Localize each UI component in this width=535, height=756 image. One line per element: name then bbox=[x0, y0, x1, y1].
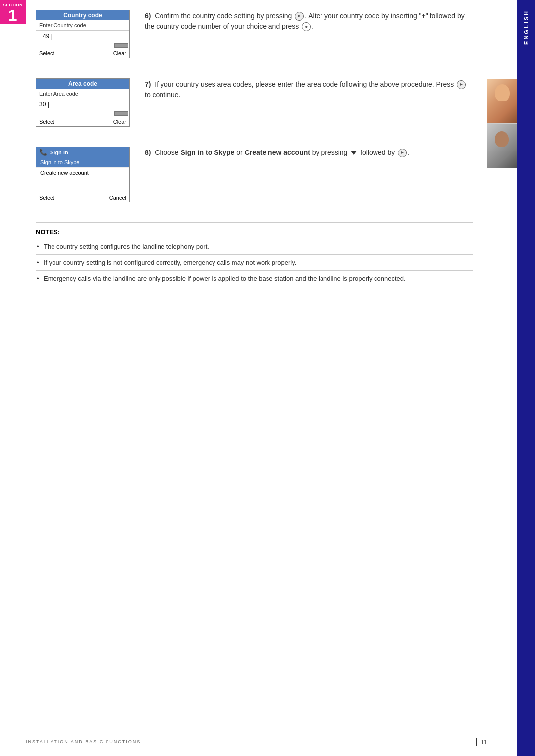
section-number: 1 bbox=[1, 7, 25, 23]
screen7-scrollbar bbox=[114, 111, 128, 116]
screen7-select-btn[interactable]: Select bbox=[39, 119, 54, 125]
screen8-menu-item-1[interactable]: Create new account bbox=[36, 168, 129, 178]
sidebar-photo-top bbox=[487, 79, 517, 124]
nav-btn-8: ► bbox=[398, 149, 407, 157]
screen7-scrollbar-row bbox=[36, 110, 129, 117]
screen6-input-value: +49 | bbox=[39, 33, 126, 40]
screen7-btn-row: Select Clear bbox=[36, 117, 129, 126]
screen8-title: 📞 Sign in bbox=[36, 147, 129, 157]
screen8-title-text: Sign in bbox=[50, 150, 68, 155]
screen6-input-row: +49 | bbox=[36, 31, 129, 42]
device-screen-step6: Country code Enter Country code +49 | Se… bbox=[36, 10, 130, 58]
step-8-row: 📞 Sign in Sign in to Skype Create new ac… bbox=[36, 147, 473, 202]
sidebar-photos bbox=[487, 79, 517, 168]
nav-btn-7: ► bbox=[457, 80, 466, 89]
screen8-select-btn[interactable]: Select bbox=[39, 195, 54, 201]
screen6-btn-row: Select Clear bbox=[36, 49, 129, 58]
screen6-subtitle: Enter Country code bbox=[36, 20, 129, 31]
step-6-text: 6) Confirm the country code setting by p… bbox=[145, 10, 473, 32]
screen8-btn-row: Select Cancel bbox=[36, 193, 129, 202]
step-7-number: 7) bbox=[145, 80, 151, 88]
screen6-scrollbar bbox=[114, 43, 128, 48]
note-item-1: If your country setting is not configure… bbox=[36, 255, 473, 271]
screen6-title: Country code bbox=[36, 10, 129, 20]
right-sidebar: ENGLISH bbox=[517, 0, 535, 756]
step-8-text: 8) Choose Sign in to Skype or Create new… bbox=[145, 147, 473, 158]
screen7-subtitle: Enter Area code bbox=[36, 89, 129, 99]
main-content: Country code Enter Country code +49 | Se… bbox=[26, 0, 487, 307]
phone-icon: 📞 bbox=[39, 149, 47, 156]
down-arrow-icon bbox=[351, 151, 357, 155]
step-7-row: Area code Enter Area code 30 | Select Cl… bbox=[36, 78, 473, 127]
notes-list: The country setting configures the landl… bbox=[36, 239, 473, 287]
step-8-number: 8) bbox=[145, 149, 151, 156]
screen7-clear-btn[interactable]: Clear bbox=[113, 119, 126, 125]
device-screen-step7: Area code Enter Area code 30 | Select Cl… bbox=[36, 78, 130, 127]
step-7-text: 7) If your country uses area codes, plea… bbox=[145, 78, 473, 100]
notes-section: NOTES: The country setting configures th… bbox=[36, 222, 473, 287]
circle-btn-6: ● bbox=[302, 22, 311, 31]
footer-page-number-text: 11 bbox=[481, 739, 487, 746]
notes-title: NOTES: bbox=[36, 223, 473, 239]
step-6-row: Country code Enter Country code +49 | Se… bbox=[36, 10, 473, 58]
nav-btn-6a: ► bbox=[295, 12, 304, 21]
screen6-select-btn[interactable]: Select bbox=[39, 50, 54, 56]
screen8-spacer bbox=[36, 178, 129, 193]
note-item-2: Emergency calls via the landline are onl… bbox=[36, 271, 473, 287]
footer-page-number: 11 bbox=[476, 738, 487, 746]
page-footer: INSTALLATION AND BASIC FUNCTIONS 11 bbox=[26, 738, 487, 746]
device-screen-step8: 📞 Sign in Sign in to Skype Create new ac… bbox=[36, 147, 130, 202]
note-item-0: The country setting configures the landl… bbox=[36, 239, 473, 255]
step-6-number: 6) bbox=[145, 12, 151, 20]
screen8-menu-item-0[interactable]: Sign in to Skype bbox=[36, 157, 129, 168]
footer-divider bbox=[476, 738, 477, 746]
screen7-input-row: 30 | bbox=[36, 99, 129, 110]
sidebar-photo-bottom bbox=[487, 124, 517, 168]
sidebar-vertical-text: ENGLISH bbox=[523, 10, 529, 45]
screen6-scrollbar-row bbox=[36, 42, 129, 49]
section-tab: SECTION 1 bbox=[0, 0, 26, 24]
screen6-clear-btn[interactable]: Clear bbox=[113, 50, 126, 56]
screen7-title: Area code bbox=[36, 79, 129, 89]
screen7-input-value: 30 | bbox=[39, 101, 126, 108]
screen8-cancel-btn[interactable]: Cancel bbox=[109, 195, 126, 201]
footer-left-text: INSTALLATION AND BASIC FUNCTIONS bbox=[26, 739, 141, 744]
